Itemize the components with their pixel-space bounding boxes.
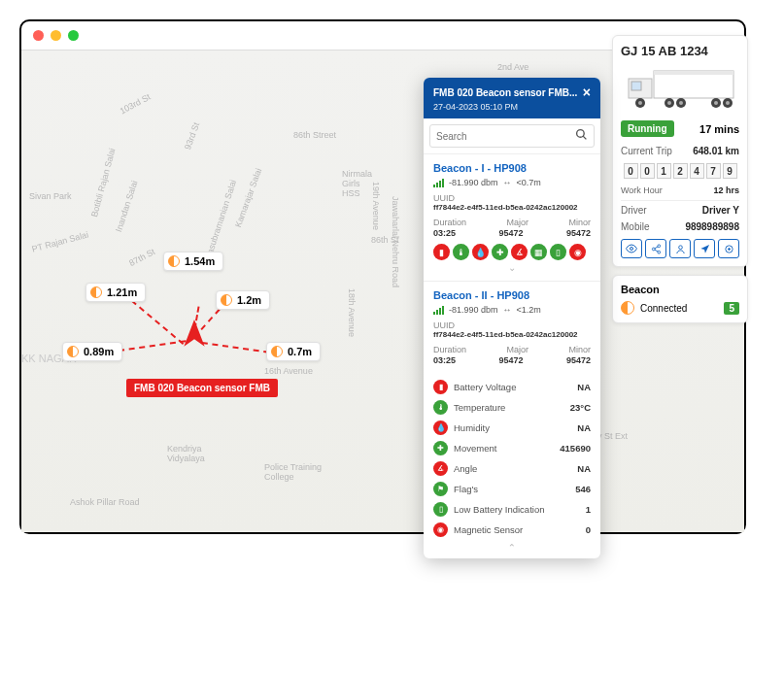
search-input[interactable] (436, 131, 575, 142)
metric-row: 💧HumidityNA (433, 418, 591, 438)
metric-value: 546 (575, 484, 591, 494)
distance-arrow-icon: ↔ (503, 178, 512, 187)
beacon-distance-pill[interactable]: 0.89m (62, 342, 122, 361)
svg-point-13 (714, 101, 718, 105)
angle-icon: ∡ (433, 461, 448, 476)
beacon-signal-row: -81.990 dbm ↔ <1.2m (433, 305, 591, 315)
map-poi-label: Police Training College (264, 462, 332, 482)
metric-row: ▯Low Battery Indication1 (433, 499, 591, 520)
odo-digit: 1 (657, 163, 671, 179)
odo-digit: 4 (690, 163, 704, 179)
col-value: 95472 (566, 355, 591, 365)
beacon-distance-pill[interactable]: 1.2m (216, 290, 270, 310)
signal-range: <1.2m (517, 305, 541, 315)
map-street-label: PT Rajan Salai (31, 229, 89, 253)
map-poi-label: Sivan Park (29, 191, 72, 201)
chevron-up-icon[interactable]: ⌄ (433, 540, 591, 554)
beacon-section-title: Beacon (621, 284, 739, 295)
beacon-summary-card: Beacon Connected 5 (612, 275, 748, 323)
driver-label: Driver (621, 205, 647, 216)
chevron-down-icon[interactable]: ⌄ (433, 260, 591, 275)
metric-value: NA (577, 422, 591, 433)
metric-value: 1 (586, 504, 591, 515)
dash-connector (119, 340, 187, 352)
beacon-signal-row: -81.990 dbm ↔ <0.7m (433, 178, 591, 187)
svg-rect-5 (631, 82, 641, 90)
vehicle-side-panel: GJ 15 AB 1234 Running 17 mins Current Tr… (612, 35, 748, 331)
beacon-icon (90, 286, 102, 298)
map-street-label: 93rd St (183, 121, 201, 151)
metric-value: 23°C (570, 402, 591, 413)
svg-point-11 (679, 101, 683, 105)
beacon-icon (621, 301, 634, 315)
svg-rect-3 (654, 71, 733, 75)
metric-label: Low Battery Indication (454, 504, 544, 515)
metric-label: Angle (454, 463, 477, 474)
locate-button[interactable] (694, 239, 715, 258)
uuid-value: ff7844e2-e4f5-11ed-b5ea-0242ac120002 (433, 330, 591, 339)
metric-value: 415690 (560, 443, 591, 454)
flag-icon: ▦ (530, 244, 547, 260)
beacon-icon (67, 346, 79, 357)
map-street-label: 86th St (371, 235, 399, 245)
flag-icon: ⚑ (433, 482, 448, 496)
metric-row: ◉Magnetic Sensor0 (433, 520, 591, 540)
pill-distance: 1.2m (237, 294, 261, 306)
angle-icon: ∡ (511, 244, 528, 260)
odo-digit: 7 (706, 163, 721, 179)
search-icon[interactable] (575, 128, 588, 144)
driver-button[interactable] (669, 239, 691, 258)
panel-search-row (424, 118, 600, 153)
beacon-distance-pill[interactable]: 1.21m (85, 283, 146, 302)
view-button[interactable] (621, 239, 642, 258)
temperature-icon: 🌡 (453, 244, 469, 260)
metric-row: ⚑Flag's546 (433, 479, 591, 499)
close-icon[interactable]: × (583, 84, 591, 100)
status-badge: Running (621, 120, 674, 137)
svg-point-22 (678, 245, 682, 249)
low-battery-icon: ▯ (550, 244, 566, 260)
work-hour-value: 12 hrs (713, 185, 739, 195)
metric-label: Battery Voltage (454, 382, 516, 392)
map-street-label: Ashok Pillar Road (70, 497, 140, 507)
maximize-window-dot[interactable] (68, 30, 79, 41)
beacon-card[interactable]: Beacon - II - HP908 -81.990 dbm ↔ <1.2m … (424, 281, 600, 377)
svg-point-0 (577, 130, 585, 138)
metric-label: Movement (454, 443, 496, 454)
beacon-card[interactable]: Beacon - I - HP908 -81.990 dbm ↔ <0.7m U… (424, 153, 600, 281)
sensor-label-tag: FMB 020 Beacon sensor FMB (126, 379, 278, 397)
work-hour-label: Work Hour (621, 185, 663, 195)
metric-label: Flag's (454, 484, 478, 494)
col-header: Duration (433, 345, 466, 354)
distance-arrow-icon: ↔ (503, 305, 512, 315)
track-button[interactable] (718, 239, 739, 258)
col-value: 95472 (498, 355, 523, 365)
vehicle-marker-icon[interactable] (182, 320, 207, 351)
mobile-label: Mobile (621, 221, 649, 232)
uuid-label: UUID (433, 193, 591, 203)
share-button[interactable] (645, 239, 666, 258)
beacon-details-panel: FMB 020 Beacon sensor FMB... × 27-04-202… (424, 78, 600, 554)
signal-dbm: -81.990 dbm (449, 305, 498, 315)
search-input-wrapper[interactable] (429, 124, 595, 148)
metric-row: ✚Movement415690 (433, 438, 591, 458)
beacon-distance-pill[interactable]: 0.7m (266, 342, 321, 361)
minimize-window-dot[interactable] (51, 30, 61, 41)
humidity-icon: 💧 (433, 421, 448, 435)
battery-icon: ▮ (433, 380, 448, 394)
map-street-label: 86th Street (293, 130, 336, 140)
pill-distance: 0.89m (84, 346, 114, 357)
svg-point-18 (652, 248, 655, 251)
metrics-list: ▮Battery VoltageNA 🌡Temperature23°C 💧Hum… (424, 377, 600, 554)
low-battery-icon: ▯ (433, 502, 448, 517)
signal-dbm: -81.990 dbm (449, 178, 498, 187)
close-window-dot[interactable] (33, 30, 44, 41)
odo-digit: 0 (624, 163, 638, 179)
svg-point-17 (657, 244, 660, 247)
beacon-name: Beacon - I - HP908 (433, 162, 591, 174)
trip-value: 648.01 km (693, 146, 739, 156)
map-street-label: Kamarajar Salai (233, 167, 263, 229)
driver-value: Driver Y (702, 205, 739, 216)
beacon-distance-pill[interactable]: 1.54m (163, 252, 223, 271)
metric-row: ▮Battery VoltageNA (433, 377, 591, 397)
